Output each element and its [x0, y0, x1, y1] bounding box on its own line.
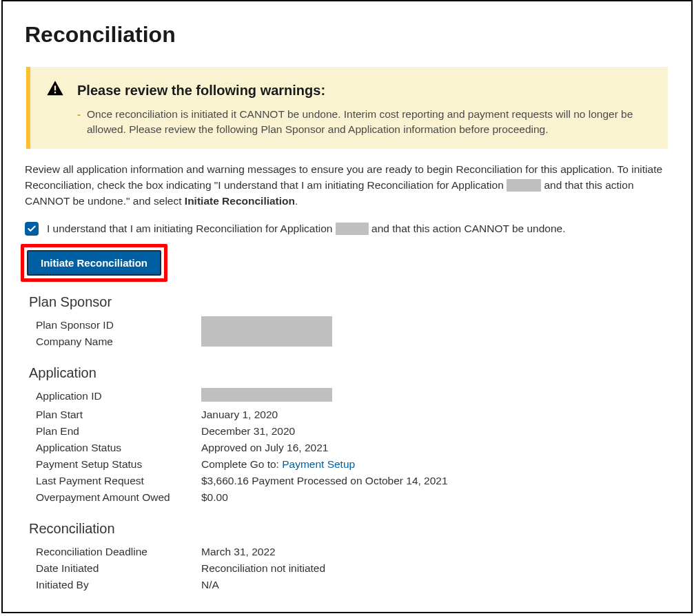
plan-start-label: Plan Start: [29, 407, 201, 423]
intro-part3: .: [295, 195, 298, 207]
application-id-label: Application ID: [29, 388, 201, 404]
initiated-by-label: Initiated By: [29, 577, 201, 593]
redacted-application-id: [201, 388, 332, 402]
plan-sponsor-section: Plan Sponsor Plan Sponsor ID Company Nam…: [29, 294, 669, 350]
plan-sponsor-id-label: Plan Sponsor ID: [29, 317, 201, 333]
initiated-by-row: Initiated By N/A: [29, 577, 669, 593]
application-section: Application Application ID Plan Start Ja…: [29, 365, 669, 506]
confirm-label-post: and that this action CANNOT be undone.: [369, 223, 566, 234]
overpayment-value: $0.00: [201, 489, 669, 506]
warning-banner: Please review the following warnings: On…: [26, 67, 668, 149]
confirm-label-pre: I understand that I am initiating Reconc…: [47, 223, 336, 234]
company-name-label: Company Name: [29, 333, 201, 350]
date-initiated-label: Date Initiated: [29, 560, 201, 577]
initiate-button-highlight: Initiate Reconciliation: [21, 244, 167, 282]
plan-start-row: Plan Start January 1, 2020: [29, 407, 669, 423]
plan-end-row: Plan End December 31, 2020: [29, 423, 669, 440]
intro-text: Review all application information and w…: [25, 161, 669, 209]
overpayment-label: Overpayment Amount Owed: [29, 489, 201, 506]
intro-bold: Initiate Reconciliation: [185, 195, 295, 207]
application-id-row: Application ID: [29, 388, 669, 407]
reconciliation-deadline-value: March 31, 2022: [201, 544, 669, 560]
initiate-reconciliation-button[interactable]: Initiate Reconciliation: [27, 250, 161, 276]
confirm-checkbox[interactable]: [25, 222, 39, 236]
confirm-label: I understand that I am initiating Reconc…: [47, 223, 566, 235]
reconciliation-section: Reconciliation Reconciliation Deadline M…: [29, 521, 669, 593]
warning-icon: [45, 79, 65, 101]
reconciliation-deadline-label: Reconciliation Deadline: [29, 544, 201, 560]
redacted-app-id-2: [336, 223, 369, 235]
redacted-app-id: [507, 179, 541, 192]
redacted-sponsor-block: [201, 316, 332, 347]
last-payment-value: $3,660.16 Payment Processed on October 1…: [201, 473, 669, 489]
payment-setup-prefix: Complete Go to:: [201, 458, 282, 470]
payment-setup-row: Payment Setup Status Complete Go to: Pay…: [29, 456, 669, 473]
payment-setup-label: Payment Setup Status: [29, 456, 201, 473]
company-name-row: Company Name: [29, 333, 669, 350]
plan-end-value: December 31, 2020: [201, 423, 669, 440]
svg-rect-1: [54, 92, 56, 93]
reconciliation-deadline-row: Reconciliation Deadline March 31, 2022: [29, 544, 669, 560]
plan-start-value: January 1, 2020: [201, 407, 669, 423]
application-status-label: Application Status: [29, 440, 201, 456]
initiated-by-value: N/A: [201, 577, 669, 593]
plan-sponsor-heading: Plan Sponsor: [29, 294, 669, 310]
warning-item: Once reconciliation is initiated it CANN…: [77, 107, 653, 138]
application-status-value: Approved on July 16, 2021: [201, 440, 669, 456]
plan-end-label: Plan End: [29, 423, 201, 440]
last-payment-label: Last Payment Request: [29, 473, 201, 489]
application-status-row: Application Status Approved on July 16, …: [29, 440, 669, 456]
date-initiated-row: Date Initiated Reconciliation not initia…: [29, 560, 669, 577]
overpayment-row: Overpayment Amount Owed $0.00: [29, 489, 669, 506]
svg-rect-0: [54, 85, 56, 90]
plan-sponsor-id-row: Plan Sponsor ID: [29, 317, 669, 333]
date-initiated-value: Reconciliation not initiated: [201, 560, 669, 577]
warning-heading: Please review the following warnings:: [77, 83, 325, 99]
last-payment-row: Last Payment Request $3,660.16 Payment P…: [29, 473, 669, 489]
page-title: Reconciliation: [25, 22, 669, 48]
payment-setup-link[interactable]: Payment Setup: [282, 458, 355, 470]
reconciliation-heading: Reconciliation: [29, 521, 669, 537]
application-heading: Application: [29, 365, 669, 381]
